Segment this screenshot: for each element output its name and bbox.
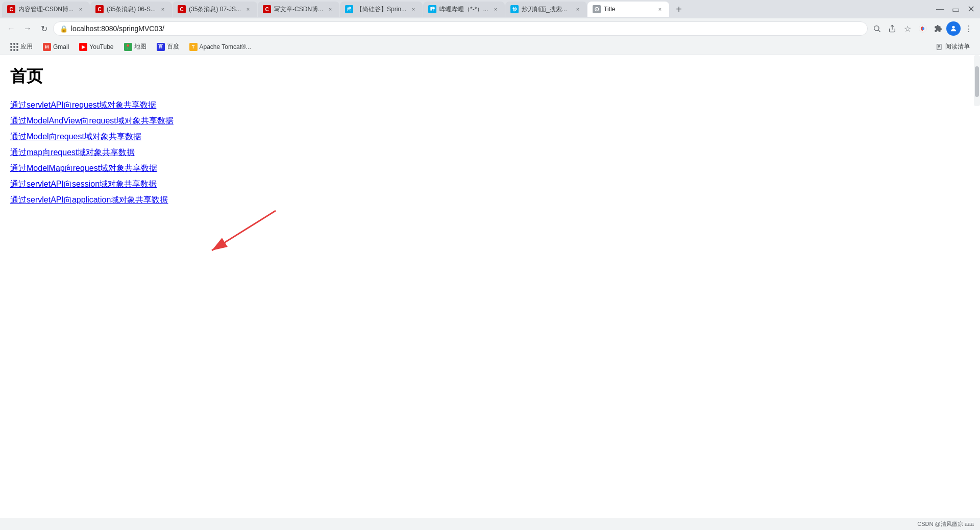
tab-csdn-4[interactable]: C 写文章-CSDN博... × <box>258 2 339 17</box>
bookmark-apps[interactable]: 应用 <box>6 40 37 53</box>
bookmark-gmail[interactable]: M Gmail <box>39 41 73 53</box>
minimize-button[interactable]: — <box>933 2 947 16</box>
svg-point-4 <box>952 26 954 29</box>
bookmark-bar: 应用 M Gmail ▶ YouTube 📍 地图 百 百度 T Apache … <box>0 39 980 55</box>
nav-bar: ← → ↻ 🔒 localhost:8080/springMVC03/ ☆ <box>0 18 980 39</box>
back-button[interactable]: ← <box>4 21 18 36</box>
tab-favicon-5: 尚 <box>345 5 353 13</box>
tab-favicon-4: C <box>263 5 271 13</box>
menu-icon[interactable]: ⋮ <box>962 21 976 36</box>
tab-close-3[interactable]: × <box>244 5 252 13</box>
tab-favicon-2: C <box>95 5 104 13</box>
browser-chrome: C 内容管理-CSDN博... × C (35条消息) 06-S... × C … <box>0 0 980 55</box>
tab-favicon-1: C <box>7 5 15 13</box>
tab-label-8: Title <box>604 6 653 13</box>
tab-close-8[interactable]: × <box>656 5 664 13</box>
reading-list-icon <box>936 43 943 51</box>
reading-list-label: 阅读清单 <box>945 42 970 51</box>
svg-line-1 <box>878 30 880 32</box>
bookmark-baidu[interactable]: 百 百度 <box>153 40 183 53</box>
profile-button[interactable] <box>946 21 961 36</box>
list-item-7[interactable]: 通过servletAPI向application域对象共享数据 <box>10 195 970 206</box>
gmail-icon: M <box>43 43 51 51</box>
share-icon[interactable] <box>885 21 899 36</box>
reading-list-button[interactable]: 阅读清单 <box>932 40 974 53</box>
extensions-icon[interactable] <box>931 21 945 36</box>
list-item-6[interactable]: 通过servletAPI向session域对象共享数据 <box>10 179 970 190</box>
page-title: 首页 <box>10 65 970 88</box>
tab-bili-1[interactable]: 尚 【尚硅谷】Sprin... × <box>340 2 423 17</box>
bookmark-star-icon[interactable]: ☆ <box>900 21 915 36</box>
list-item-3[interactable]: 通过Model向request域对象共享数据 <box>10 132 970 142</box>
apps-grid-icon <box>10 43 18 51</box>
list-item-2[interactable]: 通过ModelAndView向request域对象共享数据 <box>10 116 970 127</box>
bookmark-maps-label: 地图 <box>134 42 146 51</box>
tab-csdn-2[interactable]: C (35条消息) 06-S... × <box>90 2 172 17</box>
scrollbar[interactable] <box>974 55 980 106</box>
tab-bili-2[interactable]: 哔 哔哩哔哩（*-*）... × <box>423 2 505 17</box>
tab-bar-actions: — ▭ ✕ <box>933 2 978 16</box>
tab-title-active[interactable]: ⊙ Title × <box>587 2 669 17</box>
tab-favicon-3: C <box>178 5 186 13</box>
bookmark-maps[interactable]: 📍 地图 <box>120 40 151 53</box>
address-bar[interactable]: 🔒 localhost:8080/springMVC03/ <box>53 21 868 36</box>
tab-favicon-8: ⊙ <box>593 5 601 13</box>
forward-button[interactable]: → <box>20 21 35 36</box>
tab-favicon-7: 炒 <box>510 5 519 13</box>
page-content: 首页 通过servletAPI向request域对象共享数据 通过ModelAn… <box>0 55 980 514</box>
bookmark-tomcat-label: Apache Tomcat®... <box>200 43 251 51</box>
tab-csdn-3[interactable]: C (35条消息) 07-JS... × <box>173 2 257 17</box>
tomcat-icon: T <box>189 43 198 51</box>
restore-button[interactable]: ▭ <box>948 2 963 16</box>
tab-close-5[interactable]: × <box>409 5 418 13</box>
tab-label-5: 【尚硅谷】Sprin... <box>356 5 406 14</box>
list-item-4[interactable]: 通过map向request域对象共享数据 <box>10 147 970 158</box>
bookmark-gmail-label: Gmail <box>53 43 69 51</box>
maps-icon: 📍 <box>124 43 132 51</box>
address-text: localhost:8080/springMVC03/ <box>71 24 861 33</box>
link-list: 通过servletAPI向request域对象共享数据 通过ModelAndVi… <box>10 100 970 206</box>
tab-label-4: 写文章-CSDN博... <box>274 5 323 14</box>
bookmark-baidu-label: 百度 <box>167 42 179 51</box>
tab-close-7[interactable]: × <box>574 5 582 13</box>
bookmark-youtube-label: YouTube <box>89 43 113 51</box>
close-button[interactable]: ✕ <box>964 2 978 16</box>
tab-close-6[interactable]: × <box>492 5 500 13</box>
chrome-icon[interactable] <box>916 21 930 36</box>
tab-bar: C 内容管理-CSDN博... × C (35条消息) 06-S... × C … <box>0 0 980 18</box>
tab-label-7: 炒刀削面_搜索... <box>522 5 571 14</box>
nav-right-actions: ☆ ⋮ <box>870 21 976 36</box>
bookmark-apps-label: 应用 <box>20 42 33 51</box>
youtube-icon: ▶ <box>79 43 87 51</box>
baidu-icon: 百 <box>157 43 165 51</box>
address-lock-icon: 🔒 <box>60 25 68 33</box>
scrollbar-thumb[interactable] <box>975 66 979 97</box>
new-tab-button[interactable]: + <box>672 2 686 16</box>
svg-line-7 <box>212 211 276 250</box>
tab-close-1[interactable]: × <box>77 5 85 13</box>
list-item-5[interactable]: 通过ModelMap向request域对象共享数据 <box>10 163 970 174</box>
tab-close-2[interactable]: × <box>159 5 167 13</box>
tab-close-4[interactable]: × <box>326 5 334 13</box>
tab-label-2: (35条消息) 06-S... <box>107 5 156 14</box>
svg-point-0 <box>874 26 879 31</box>
reload-button[interactable]: ↻ <box>37 21 51 36</box>
tab-bili-3[interactable]: 炒 炒刀削面_搜索... × <box>505 2 587 17</box>
tab-label-6: 哔哩哔哩（*-*）... <box>439 5 488 14</box>
tab-label-1: 内容管理-CSDN博... <box>18 5 74 14</box>
tab-favicon-6: 哔 <box>428 5 436 13</box>
tab-csdn-1[interactable]: C 内容管理-CSDN博... × <box>2 2 90 17</box>
tab-label-3: (35条消息) 07-JS... <box>189 5 241 14</box>
bookmark-youtube[interactable]: ▶ YouTube <box>75 41 117 53</box>
search-icon[interactable] <box>870 21 884 36</box>
bookmark-tomcat[interactable]: T Apache Tomcat®... <box>185 41 255 53</box>
list-item-1[interactable]: 通过servletAPI向request域对象共享数据 <box>10 100 970 111</box>
